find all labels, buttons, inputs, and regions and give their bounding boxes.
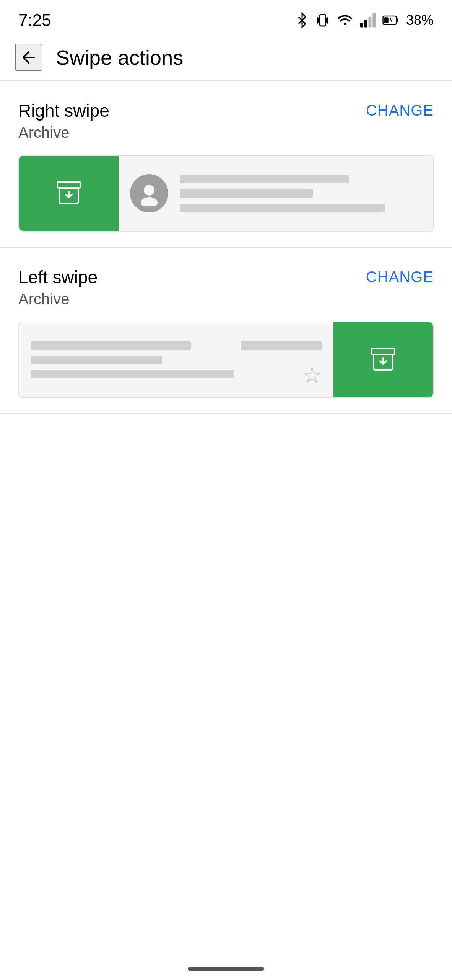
email-line-3 bbox=[180, 204, 385, 212]
left-email-body-lines bbox=[31, 356, 322, 378]
svg-point-13 bbox=[144, 185, 154, 196]
svg-rect-5 bbox=[360, 23, 363, 27]
left-swipe-title-group: Left swipe Archive bbox=[18, 267, 98, 308]
left-email-date bbox=[241, 341, 322, 350]
left-swipe-change-button[interactable]: CHANGE bbox=[366, 267, 434, 287]
svg-rect-2 bbox=[327, 17, 328, 24]
back-button[interactable] bbox=[15, 44, 42, 71]
svg-point-14 bbox=[141, 197, 158, 206]
right-swipe-action-panel bbox=[19, 156, 119, 231]
svg-rect-0 bbox=[320, 15, 325, 26]
avatar bbox=[130, 174, 168, 212]
bluetooth-icon bbox=[295, 12, 309, 29]
page-title: Swipe actions bbox=[56, 46, 183, 69]
left-email-line-1 bbox=[31, 341, 191, 350]
left-swipe-email-preview: ☆ bbox=[19, 322, 333, 397]
archive-icon bbox=[55, 180, 82, 207]
svg-rect-8 bbox=[372, 13, 376, 28]
right-swipe-subtitle: Archive bbox=[18, 124, 109, 141]
home-indicator bbox=[188, 967, 264, 971]
left-email-line-3 bbox=[31, 370, 234, 378]
svg-rect-15 bbox=[372, 348, 395, 354]
svg-rect-7 bbox=[368, 17, 371, 28]
signal-icon bbox=[360, 12, 376, 29]
left-swipe-subtitle: Archive bbox=[18, 291, 98, 308]
svg-rect-11 bbox=[384, 17, 389, 23]
left-swipe-title: Left swipe bbox=[18, 267, 98, 287]
left-email-line-2 bbox=[31, 356, 162, 364]
svg-rect-3 bbox=[318, 18, 319, 23]
left-email-top-row bbox=[31, 341, 322, 350]
right-swipe-preview bbox=[18, 155, 434, 232]
vibrate-icon bbox=[316, 12, 330, 29]
left-swipe-header: Left swipe Archive CHANGE bbox=[18, 267, 434, 308]
status-icons: 38% bbox=[295, 12, 434, 29]
right-swipe-title-group: Right swipe Archive bbox=[18, 100, 109, 141]
archive-icon-left bbox=[370, 346, 397, 373]
email-line-2 bbox=[180, 189, 313, 198]
status-time: 7:25 bbox=[18, 11, 51, 30]
right-swipe-section: Right swipe Archive CHANGE bbox=[0, 81, 452, 247]
svg-rect-12 bbox=[57, 182, 80, 188]
status-bar: 7:25 bbox=[0, 0, 452, 34]
right-swipe-title: Right swipe bbox=[18, 100, 109, 121]
battery-icon bbox=[382, 12, 399, 29]
svg-rect-6 bbox=[364, 20, 367, 27]
svg-rect-4 bbox=[326, 18, 327, 23]
svg-rect-10 bbox=[396, 18, 398, 22]
right-swipe-email-preview bbox=[119, 156, 433, 231]
right-swipe-change-button[interactable]: CHANGE bbox=[366, 100, 434, 121]
left-swipe-section: Left swipe Archive CHANGE ☆ bbox=[0, 248, 452, 413]
star-icon: ☆ bbox=[302, 362, 322, 388]
email-line-1 bbox=[180, 175, 349, 183]
svg-rect-1 bbox=[317, 17, 318, 24]
email-content-lines bbox=[180, 175, 421, 212]
right-swipe-header: Right swipe Archive CHANGE bbox=[18, 100, 434, 141]
app-bar: Swipe actions bbox=[0, 34, 452, 80]
back-arrow-icon bbox=[19, 47, 39, 67]
wifi-icon bbox=[337, 12, 353, 29]
left-swipe-preview: ☆ bbox=[18, 322, 434, 398]
person-icon bbox=[136, 180, 162, 206]
battery-percentage: 38% bbox=[406, 12, 434, 28]
left-swipe-action-panel bbox=[333, 322, 433, 397]
bottom-divider bbox=[0, 413, 452, 414]
